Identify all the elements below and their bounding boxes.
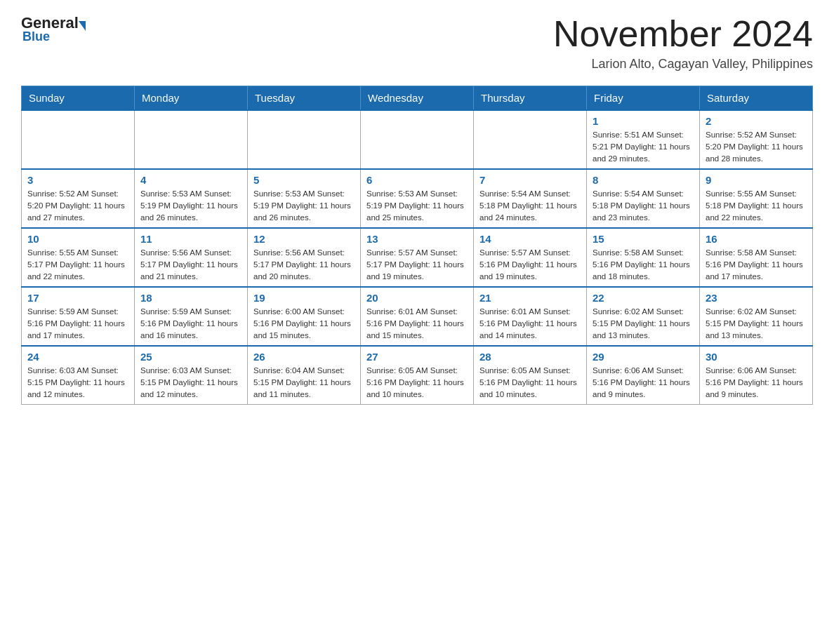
- calendar-cell: 7Sunrise: 5:54 AM Sunset: 5:18 PM Daylig…: [474, 169, 587, 228]
- day-number: 3: [27, 174, 128, 186]
- day-number: 15: [593, 233, 694, 245]
- day-info: Sunrise: 6:05 AM Sunset: 5:16 PM Dayligh…: [479, 365, 581, 400]
- calendar-cell: 2Sunrise: 5:52 AM Sunset: 5:20 PM Daylig…: [700, 110, 813, 169]
- calendar-cell: 3Sunrise: 5:52 AM Sunset: 5:20 PM Daylig…: [22, 169, 135, 228]
- day-number: 19: [253, 292, 355, 304]
- calendar-cell: 24Sunrise: 6:03 AM Sunset: 5:15 PM Dayli…: [22, 346, 135, 405]
- day-number: 17: [27, 292, 128, 304]
- day-info: Sunrise: 5:53 AM Sunset: 5:19 PM Dayligh…: [140, 188, 241, 223]
- day-info: Sunrise: 5:58 AM Sunset: 5:16 PM Dayligh…: [706, 247, 807, 282]
- calendar-cell: [22, 110, 135, 169]
- calendar-cell: 5Sunrise: 5:53 AM Sunset: 5:19 PM Daylig…: [248, 169, 361, 228]
- calendar-cell: 11Sunrise: 5:56 AM Sunset: 5:17 PM Dayli…: [135, 228, 248, 287]
- day-number: 21: [479, 292, 581, 304]
- calendar-cell: 26Sunrise: 6:04 AM Sunset: 5:15 PM Dayli…: [248, 346, 361, 405]
- day-number: 25: [140, 351, 241, 363]
- day-info: Sunrise: 5:52 AM Sunset: 5:20 PM Dayligh…: [27, 188, 128, 223]
- day-info: Sunrise: 6:03 AM Sunset: 5:15 PM Dayligh…: [27, 365, 128, 400]
- calendar-cell: 1Sunrise: 5:51 AM Sunset: 5:21 PM Daylig…: [587, 110, 700, 169]
- page-title: November 2024: [553, 14, 813, 54]
- day-number: 6: [366, 174, 468, 186]
- week-row-3: 17Sunrise: 5:59 AM Sunset: 5:16 PM Dayli…: [22, 287, 813, 346]
- day-info: Sunrise: 5:52 AM Sunset: 5:20 PM Dayligh…: [706, 129, 807, 164]
- day-number: 30: [706, 351, 807, 363]
- day-number: 22: [593, 292, 694, 304]
- day-info: Sunrise: 6:06 AM Sunset: 5:16 PM Dayligh…: [593, 365, 694, 400]
- day-number: 29: [593, 351, 694, 363]
- calendar-cell: 10Sunrise: 5:55 AM Sunset: 5:17 PM Dayli…: [22, 228, 135, 287]
- calendar-cell: 20Sunrise: 6:01 AM Sunset: 5:16 PM Dayli…: [361, 287, 474, 346]
- day-info: Sunrise: 6:02 AM Sunset: 5:15 PM Dayligh…: [593, 306, 694, 341]
- calendar-cell: 28Sunrise: 6:05 AM Sunset: 5:16 PM Dayli…: [474, 346, 587, 405]
- calendar-cell: 30Sunrise: 6:06 AM Sunset: 5:16 PM Dayli…: [700, 346, 813, 405]
- day-info: Sunrise: 6:00 AM Sunset: 5:16 PM Dayligh…: [253, 306, 355, 341]
- day-info: Sunrise: 6:03 AM Sunset: 5:15 PM Dayligh…: [140, 365, 241, 400]
- calendar-cell: [474, 110, 587, 169]
- week-row-1: 3Sunrise: 5:52 AM Sunset: 5:20 PM Daylig…: [22, 169, 813, 228]
- calendar-cell: 27Sunrise: 6:05 AM Sunset: 5:16 PM Dayli…: [361, 346, 474, 405]
- title-area: November 2024 Larion Alto, Cagayan Valle…: [553, 14, 813, 72]
- day-number: 4: [140, 174, 241, 186]
- day-info: Sunrise: 6:04 AM Sunset: 5:15 PM Dayligh…: [253, 365, 355, 400]
- day-info: Sunrise: 5:58 AM Sunset: 5:16 PM Dayligh…: [593, 247, 694, 282]
- day-number: 11: [140, 233, 241, 245]
- day-number: 26: [253, 351, 355, 363]
- calendar-cell: [248, 110, 361, 169]
- week-row-4: 24Sunrise: 6:03 AM Sunset: 5:15 PM Dayli…: [22, 346, 813, 405]
- calendar-cell: 18Sunrise: 5:59 AM Sunset: 5:16 PM Dayli…: [135, 287, 248, 346]
- calendar-header-row: Sunday Monday Tuesday Wednesday Thursday…: [22, 86, 813, 111]
- day-info: Sunrise: 6:06 AM Sunset: 5:16 PM Dayligh…: [706, 365, 807, 400]
- day-info: Sunrise: 6:01 AM Sunset: 5:16 PM Dayligh…: [366, 306, 468, 341]
- calendar-cell: 25Sunrise: 6:03 AM Sunset: 5:15 PM Dayli…: [135, 346, 248, 405]
- logo: General Blue: [21, 14, 86, 44]
- calendar-cell: 22Sunrise: 6:02 AM Sunset: 5:15 PM Dayli…: [587, 287, 700, 346]
- day-info: Sunrise: 5:53 AM Sunset: 5:19 PM Dayligh…: [366, 188, 468, 223]
- calendar-cell: 4Sunrise: 5:53 AM Sunset: 5:19 PM Daylig…: [135, 169, 248, 228]
- header-friday: Friday: [587, 86, 700, 111]
- header-saturday: Saturday: [700, 86, 813, 111]
- header-monday: Monday: [135, 86, 248, 111]
- calendar-cell: 19Sunrise: 6:00 AM Sunset: 5:16 PM Dayli…: [248, 287, 361, 346]
- calendar-cell: [135, 110, 248, 169]
- calendar-cell: 12Sunrise: 5:56 AM Sunset: 5:17 PM Dayli…: [248, 228, 361, 287]
- header-tuesday: Tuesday: [248, 86, 361, 111]
- day-info: Sunrise: 5:53 AM Sunset: 5:19 PM Dayligh…: [253, 188, 355, 223]
- day-info: Sunrise: 5:56 AM Sunset: 5:17 PM Dayligh…: [140, 247, 241, 282]
- day-number: 9: [706, 174, 807, 186]
- day-info: Sunrise: 6:02 AM Sunset: 5:15 PM Dayligh…: [706, 306, 807, 341]
- day-number: 14: [479, 233, 581, 245]
- calendar-cell: 6Sunrise: 5:53 AM Sunset: 5:19 PM Daylig…: [361, 169, 474, 228]
- day-info: Sunrise: 5:54 AM Sunset: 5:18 PM Dayligh…: [593, 188, 694, 223]
- page-header: General Blue November 2024 Larion Alto, …: [21, 14, 813, 72]
- day-number: 10: [27, 233, 128, 245]
- day-info: Sunrise: 5:55 AM Sunset: 5:17 PM Dayligh…: [27, 247, 128, 282]
- header-sunday: Sunday: [22, 86, 135, 111]
- day-number: 12: [253, 233, 355, 245]
- day-number: 23: [706, 292, 807, 304]
- day-info: Sunrise: 5:59 AM Sunset: 5:16 PM Dayligh…: [140, 306, 241, 341]
- header-wednesday: Wednesday: [361, 86, 474, 111]
- day-number: 20: [366, 292, 468, 304]
- day-info: Sunrise: 5:57 AM Sunset: 5:17 PM Dayligh…: [366, 247, 468, 282]
- day-info: Sunrise: 5:55 AM Sunset: 5:18 PM Dayligh…: [706, 188, 807, 223]
- calendar-cell: 8Sunrise: 5:54 AM Sunset: 5:18 PM Daylig…: [587, 169, 700, 228]
- day-info: Sunrise: 5:57 AM Sunset: 5:16 PM Dayligh…: [479, 247, 581, 282]
- day-number: 18: [140, 292, 241, 304]
- day-number: 24: [27, 351, 128, 363]
- logo-triangle-icon: [79, 21, 86, 31]
- day-number: 27: [366, 351, 468, 363]
- calendar-cell: 15Sunrise: 5:58 AM Sunset: 5:16 PM Dayli…: [587, 228, 700, 287]
- day-info: Sunrise: 5:51 AM Sunset: 5:21 PM Dayligh…: [593, 129, 694, 164]
- logo-blue-text: Blue: [22, 29, 50, 44]
- calendar-cell: 9Sunrise: 5:55 AM Sunset: 5:18 PM Daylig…: [700, 169, 813, 228]
- day-info: Sunrise: 5:56 AM Sunset: 5:17 PM Dayligh…: [253, 247, 355, 282]
- calendar-cell: 16Sunrise: 5:58 AM Sunset: 5:16 PM Dayli…: [700, 228, 813, 287]
- day-info: Sunrise: 5:59 AM Sunset: 5:16 PM Dayligh…: [27, 306, 128, 341]
- day-info: Sunrise: 5:54 AM Sunset: 5:18 PM Dayligh…: [479, 188, 581, 223]
- day-info: Sunrise: 6:01 AM Sunset: 5:16 PM Dayligh…: [479, 306, 581, 341]
- day-number: 7: [479, 174, 581, 186]
- header-thursday: Thursday: [474, 86, 587, 111]
- day-number: 5: [253, 174, 355, 186]
- day-info: Sunrise: 6:05 AM Sunset: 5:16 PM Dayligh…: [366, 365, 468, 400]
- location-subtitle: Larion Alto, Cagayan Valley, Philippines: [553, 57, 813, 72]
